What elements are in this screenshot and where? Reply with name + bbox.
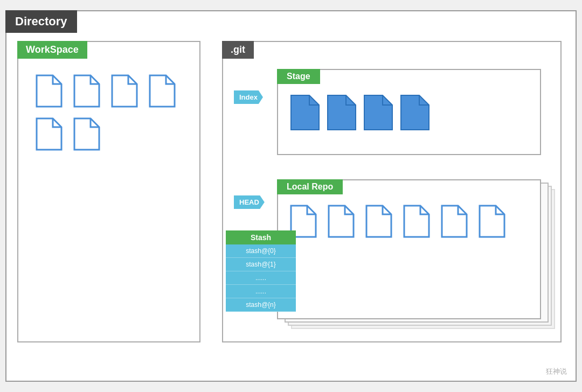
repo-file-5 (440, 205, 468, 238)
file-icon-6 (72, 117, 100, 151)
stash-item-3: ...... (226, 285, 296, 298)
stage-file-2 (325, 94, 357, 131)
stage-label: Stage (277, 69, 320, 84)
localrepo-section: Local Repo (277, 179, 541, 319)
stash-item-1: stash@{1} (226, 258, 296, 271)
repo-file-3 (364, 205, 392, 238)
head-arrow: HEAD (234, 195, 265, 209)
file-icon-4 (148, 74, 176, 108)
stage-file-3 (362, 94, 393, 131)
index-label: Index (234, 90, 263, 104)
stash-section: Stash stash@{0} stash@{1} ...... ...... … (226, 230, 296, 312)
stage-file-4 (399, 94, 430, 131)
workspace-panel: WorkSpace (17, 41, 200, 342)
index-arrow: Index (234, 90, 263, 104)
file-icon-2 (72, 74, 100, 108)
repo-file-2 (327, 205, 355, 238)
workspace-files (18, 42, 199, 162)
stash-item-0: stash@{0} (226, 244, 296, 258)
stage-file-1 (289, 94, 320, 131)
file-icon-1 (34, 74, 63, 108)
git-panel: .git Index Stage (222, 41, 562, 342)
workspace-label: WorkSpace (17, 41, 87, 59)
repo-file-6 (477, 205, 505, 238)
git-label: .git (222, 41, 254, 59)
localrepo-row-1 (289, 205, 430, 238)
file-icon-5 (34, 117, 63, 151)
main-container: Directory WorkSpace (5, 10, 577, 382)
watermark: 狂神说 (546, 367, 567, 376)
directory-label: Directory (5, 10, 77, 33)
head-label: HEAD (234, 195, 265, 209)
stage-section: Stage (277, 69, 541, 155)
file-icon-3 (110, 74, 138, 108)
localrepo-row-2 (440, 205, 505, 238)
stash-label: Stash (226, 230, 296, 244)
stash-item-2: ...... (226, 271, 296, 285)
localrepo-label: Local Repo (277, 179, 343, 194)
repo-file-4 (402, 205, 430, 238)
stash-item-n: stash@{n} (226, 298, 296, 312)
